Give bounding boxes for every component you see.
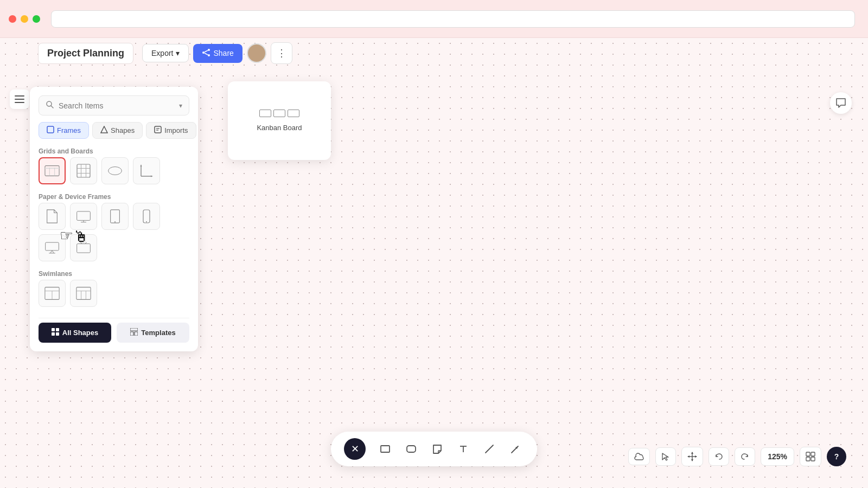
section-swimlanes-label: Swimlanes <box>39 270 189 278</box>
svg-marker-10 <box>101 126 107 133</box>
svg-marker-68 <box>691 452 693 454</box>
svg-rect-73 <box>811 452 815 456</box>
svg-line-3 <box>205 50 208 52</box>
svg-rect-18 <box>77 164 90 177</box>
bottom-toolbar: ✕ <box>331 432 537 466</box>
maximize-dot[interactable] <box>33 15 40 23</box>
hamburger-button[interactable] <box>10 89 29 109</box>
all-shapes-button[interactable]: All Shapes <box>39 323 111 343</box>
imports-tab-icon <box>154 126 162 135</box>
templates-button[interactable]: Templates <box>117 323 189 343</box>
bottom-buttons: All Shapes Templates <box>39 318 189 343</box>
shape-swimlane-3col[interactable] <box>70 280 97 307</box>
more-options-button[interactable]: ⋮ <box>271 42 292 64</box>
rounded-rect-tool[interactable] <box>403 440 420 458</box>
kanban-card-icon <box>259 110 299 117</box>
shape-kanban[interactable] <box>39 157 66 184</box>
text-tool[interactable] <box>455 440 472 458</box>
section-device-frames: Paper & Device Frames <box>39 191 189 261</box>
sticky-note-tool[interactable] <box>429 440 446 458</box>
svg-rect-39 <box>77 244 91 253</box>
svg-marker-71 <box>695 455 697 458</box>
svg-rect-33 <box>143 210 150 223</box>
svg-point-1 <box>202 52 205 54</box>
shape-desktop[interactable] <box>70 203 97 230</box>
shapes-tab-icon <box>100 126 108 135</box>
chevron-down-icon: ▾ <box>176 49 180 57</box>
hamburger-line <box>15 99 24 100</box>
title-area: Project Planning <box>38 43 133 64</box>
svg-rect-57 <box>407 446 416 452</box>
grid-icon <box>52 328 59 337</box>
help-button[interactable]: ? <box>827 447 846 466</box>
svg-point-32 <box>114 221 116 222</box>
minimize-dot[interactable] <box>21 15 28 23</box>
shape-doc[interactable] <box>39 203 66 230</box>
search-filter-icon: ▾ <box>179 102 182 110</box>
svg-rect-54 <box>130 332 133 336</box>
redo-button[interactable] <box>735 447 755 466</box>
section-device-label: Paper & Device Frames <box>39 193 189 201</box>
svg-rect-28 <box>77 211 91 220</box>
search-bar[interactable]: ▾ <box>39 95 189 115</box>
svg-marker-27 <box>151 176 153 177</box>
section-grids-boards: Grids and Boards <box>39 145 189 184</box>
svg-rect-55 <box>135 332 138 336</box>
svg-point-2 <box>208 54 210 56</box>
close-dot[interactable] <box>9 15 16 23</box>
svg-rect-52 <box>56 332 59 336</box>
svg-marker-69 <box>691 459 693 461</box>
svg-marker-65 <box>662 453 668 460</box>
frames-tab-icon <box>47 126 54 135</box>
shape-phone[interactable] <box>133 203 160 230</box>
shape-monitor[interactable] <box>39 234 66 261</box>
grid-toggle-button[interactable] <box>800 447 821 466</box>
shape-oval-frame[interactable] <box>101 157 129 184</box>
chat-button[interactable] <box>830 92 852 114</box>
cloud-save-button[interactable] <box>628 448 650 465</box>
svg-marker-26 <box>141 164 142 166</box>
svg-rect-35 <box>46 242 59 251</box>
device-shapes-grid <box>39 203 189 261</box>
share-icon <box>202 48 210 59</box>
svg-point-23 <box>108 167 122 175</box>
svg-rect-51 <box>52 332 55 336</box>
svg-line-36 <box>50 251 52 253</box>
line-tool[interactable] <box>481 440 498 458</box>
close-tool-button[interactable]: ✕ <box>344 438 366 460</box>
svg-point-0 <box>208 49 210 51</box>
template-icon <box>130 328 138 337</box>
kanban-card-label: Kanban Board <box>257 124 302 132</box>
svg-rect-74 <box>806 457 810 461</box>
shape-tv[interactable] <box>70 234 97 261</box>
arrow-tool[interactable] <box>507 440 524 458</box>
hamburger-line <box>15 102 24 103</box>
svg-rect-14 <box>45 166 59 176</box>
svg-rect-50 <box>56 328 59 331</box>
move-tool-button[interactable] <box>681 447 703 466</box>
tab-shapes[interactable]: Shapes <box>92 122 143 139</box>
shape-tablet-portrait[interactable] <box>101 203 129 230</box>
shape-swimlane-2col[interactable] <box>39 280 66 307</box>
svg-rect-72 <box>806 452 810 456</box>
svg-rect-53 <box>130 328 138 331</box>
svg-rect-15 <box>45 168 59 169</box>
export-button[interactable]: Export ▾ <box>142 44 188 62</box>
shape-axis[interactable] <box>133 157 160 184</box>
canvas-area[interactable]: Project Planning Export ▾ Share ⋮ <box>0 38 868 488</box>
zoom-level-display[interactable]: 125% <box>761 447 794 466</box>
rectangle-tool[interactable] <box>376 440 394 458</box>
right-controls: 125% ? <box>628 447 846 466</box>
svg-line-4 <box>205 53 208 55</box>
select-tool-button[interactable] <box>655 447 676 466</box>
topbar <box>0 0 868 38</box>
topbar-actions: Export ▾ Share ⋮ <box>142 42 292 64</box>
shape-grid[interactable] <box>70 157 97 184</box>
undo-button[interactable] <box>709 447 729 466</box>
swimlanes-shapes-grid <box>39 280 189 307</box>
tab-frames[interactable]: Frames <box>39 122 89 139</box>
share-button[interactable]: Share <box>193 44 242 63</box>
search-input[interactable] <box>59 101 175 110</box>
tab-imports[interactable]: Imports <box>146 122 196 139</box>
kanban-card-canvas[interactable]: Kanban Board <box>228 81 331 160</box>
